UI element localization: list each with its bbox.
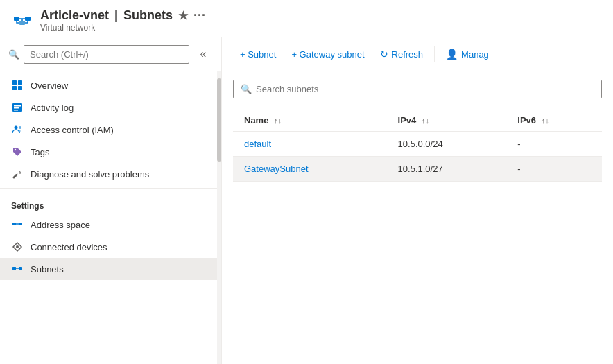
content-inner: 🔍 Name ↑↓ IPv4 ↑↓ IPv <box>222 71 613 364</box>
sidebar-scroll: Overview Activity log <box>0 71 221 364</box>
subnets-icon <box>11 263 24 275</box>
svg-rect-16 <box>12 223 16 225</box>
refresh-icon: ↻ <box>380 49 388 60</box>
sidebar-divider <box>0 188 221 189</box>
search-icon: 🔍 <box>8 49 19 60</box>
resource-type: Virtual network <box>40 23 206 33</box>
add-gateway-subnet-button[interactable]: + Gateway subnet <box>284 45 371 64</box>
sidebar: 🔍 « Overview <box>0 37 222 364</box>
grid-icon <box>11 79 24 92</box>
sort-arrows-ipv6[interactable]: ↑↓ <box>542 116 549 125</box>
favorite-star[interactable]: ★ <box>178 9 188 22</box>
svg-rect-10 <box>14 105 21 107</box>
column-header-name: Name ↑↓ <box>233 110 387 132</box>
settings-section-header: Settings <box>0 191 221 214</box>
refresh-label: Refresh <box>392 49 424 60</box>
toolbar: + Subnet + Gateway subnet ↻ Refresh 👤 Ma… <box>222 37 613 71</box>
add-gateway-subnet-label: + Gateway subnet <box>291 49 364 60</box>
svg-rect-2 <box>19 21 25 25</box>
connected-devices-icon <box>11 241 24 253</box>
header-titles: Article-vnet | Subnets ★ ··· Virtual net… <box>40 8 206 33</box>
manage-icon: 👤 <box>446 49 458 60</box>
sidebar-item-activity-log[interactable]: Activity log <box>0 96 221 119</box>
table-row: GatewaySubnet 10.5.1.0/27 - <box>233 157 602 182</box>
sidebar-item-label: Overview <box>31 80 68 91</box>
wrench-icon <box>11 168 24 180</box>
subnets-table: Name ↑↓ IPv4 ↑↓ IPv6 ↑↓ <box>233 110 602 182</box>
svg-rect-7 <box>12 86 17 90</box>
sidebar-item-connected-devices[interactable]: Connected devices <box>0 236 221 258</box>
sidebar-item-label: Access control (IAM) <box>31 125 114 135</box>
vnet-icon <box>11 10 33 32</box>
search-icon: 🔍 <box>241 84 252 94</box>
page-name: Subnets <box>123 8 173 23</box>
subnet-name-link-default[interactable]: default <box>244 139 271 149</box>
sidebar-search-container: 🔍 « <box>0 37 221 71</box>
header: Article-vnet | Subnets ★ ··· Virtual net… <box>0 0 613 37</box>
sidebar-item-label: Activity log <box>31 103 74 113</box>
svg-rect-8 <box>18 86 22 90</box>
people-icon <box>11 123 24 136</box>
svg-rect-6 <box>18 80 22 85</box>
subnet-ipv6-gateway: - <box>506 157 602 182</box>
manage-button[interactable]: 👤 Manag <box>439 44 496 64</box>
subnet-ipv6-default: - <box>506 132 602 157</box>
collapse-button[interactable]: « <box>193 44 213 64</box>
table-header-row: Name ↑↓ IPv4 ↑↓ IPv6 ↑↓ <box>233 110 602 132</box>
tag-icon <box>11 146 24 158</box>
search-subnets-input[interactable] <box>256 84 594 94</box>
sort-arrows-ipv4[interactable]: ↑↓ <box>422 116 429 125</box>
sidebar-item-label: Connected devices <box>31 242 107 252</box>
add-subnet-button[interactable]: + Subnet <box>233 45 283 64</box>
svg-rect-21 <box>19 267 22 270</box>
sort-arrows-name[interactable]: ↑↓ <box>274 116 282 125</box>
subnet-ipv4-default: 10.5.0.0/24 <box>387 132 507 157</box>
svg-rect-17 <box>19 223 22 225</box>
page-title: Article-vnet | Subnets ★ ··· <box>40 8 206 23</box>
svg-rect-5 <box>12 80 17 85</box>
more-options-icon[interactable]: ··· <box>193 8 206 23</box>
sidebar-item-label: Diagnose and solve problems <box>31 169 149 180</box>
manage-label: Manag <box>461 49 489 60</box>
add-subnet-label: + Subnet <box>240 49 276 60</box>
sidebar-items: Overview Activity log <box>0 71 221 283</box>
sidebar-item-label: Subnets <box>31 264 64 275</box>
sidebar-item-label: Address space <box>31 220 90 230</box>
sidebar-item-address-space[interactable]: Address space <box>0 214 221 236</box>
svg-point-14 <box>19 126 21 129</box>
table-row: default 10.5.0.0/24 - <box>233 132 602 157</box>
sidebar-item-tags[interactable]: Tags <box>0 141 221 163</box>
toolbar-separator <box>434 46 435 62</box>
resource-name: Article-vnet <box>40 8 109 23</box>
subnet-name-default: default <box>233 132 387 157</box>
svg-rect-12 <box>14 110 18 111</box>
column-header-ipv6: IPv6 ↑↓ <box>506 110 602 132</box>
main-layout: 🔍 « Overview <box>0 37 613 364</box>
subnet-name-link-gateway[interactable]: GatewaySubnet <box>244 164 309 174</box>
title-separator: | <box>114 8 118 23</box>
activity-log-icon <box>11 101 24 114</box>
sidebar-item-subnets[interactable]: Subnets <box>0 258 221 280</box>
subnet-name-gateway: GatewaySubnet <box>233 157 387 182</box>
svg-rect-11 <box>14 107 19 109</box>
sidebar-item-label: Tags <box>31 147 49 157</box>
sidebar-item-overview[interactable]: Overview <box>0 74 221 96</box>
svg-point-13 <box>15 126 18 130</box>
sidebar-item-diagnose[interactable]: Diagnose and solve problems <box>0 163 221 185</box>
refresh-button[interactable]: ↻ Refresh <box>373 44 431 64</box>
address-space-icon <box>11 218 24 231</box>
subnet-ipv4-gateway: 10.5.1.0/27 <box>387 157 507 182</box>
column-header-ipv4: IPv4 ↑↓ <box>387 110 507 132</box>
search-input[interactable] <box>24 45 189 64</box>
svg-point-15 <box>15 149 16 150</box>
svg-rect-20 <box>12 267 16 270</box>
svg-point-19 <box>16 245 19 248</box>
search-subnets-container: 🔍 <box>233 80 602 98</box>
sidebar-item-access-control[interactable]: Access control (IAM) <box>0 119 221 141</box>
content-area: + Subnet + Gateway subnet ↻ Refresh 👤 Ma… <box>222 37 613 364</box>
